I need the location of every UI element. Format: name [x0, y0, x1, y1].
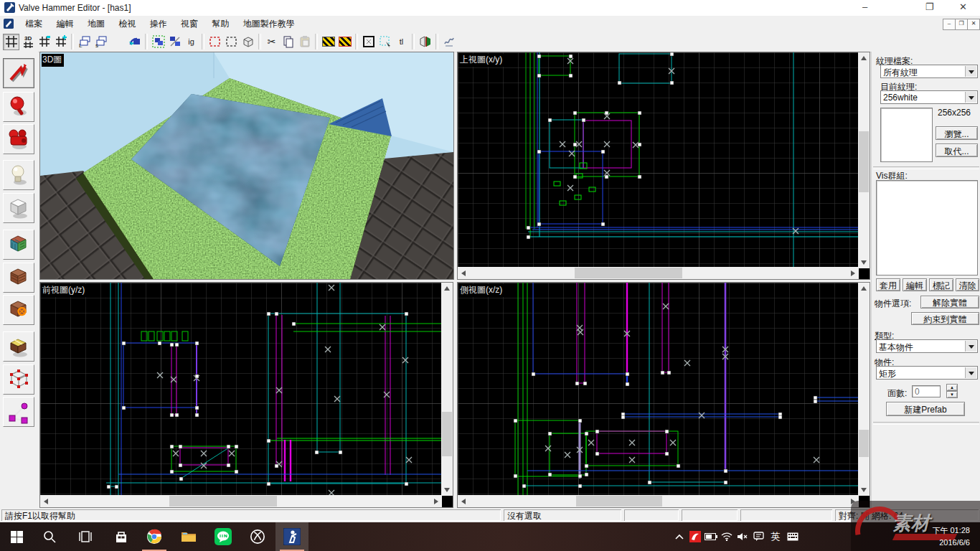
entity-tool-button[interactable]	[3, 160, 34, 190]
scroll-up-arrow[interactable]	[444, 286, 450, 291]
block-tool-button[interactable]	[3, 193, 34, 223]
task-view-button[interactable]	[69, 522, 102, 551]
object-dropdown[interactable]: 矩形	[876, 366, 978, 380]
path-tool-button[interactable]	[3, 397, 34, 427]
browse-button[interactable]: 瀏覽...	[936, 126, 978, 140]
scroll-right-arrow[interactable]	[434, 499, 438, 504]
scrollbar-thumb[interactable]	[442, 412, 452, 456]
menu-map[interactable]: 地圖	[82, 16, 110, 32]
camera-tool-button[interactable]	[3, 124, 34, 154]
ungroup-button[interactable]	[166, 34, 183, 50]
menu-tutorial[interactable]: 地圖製作教學	[237, 16, 301, 32]
wifi-tray-icon[interactable]	[719, 522, 735, 551]
touch-keyboard-tray-icon[interactable]	[785, 522, 801, 551]
grid-smaller-button[interactable]	[36, 34, 52, 50]
show-all-button[interactable]	[240, 34, 256, 50]
decal-tool-button[interactable]	[3, 295, 34, 325]
menu-tools[interactable]: 操作	[144, 16, 173, 32]
cordon-button[interactable]	[320, 34, 336, 50]
replace-button[interactable]: 取代...	[936, 143, 978, 157]
xbox-button[interactable]	[241, 522, 274, 551]
store-button[interactable]	[105, 522, 138, 551]
texture-application-tool-button[interactable]	[3, 230, 34, 260]
line-app-button[interactable]	[207, 522, 240, 551]
selection-tool-button[interactable]	[3, 58, 34, 88]
scrollbar-thumb[interactable]	[859, 430, 869, 457]
scroll-left-arrow[interactable]	[461, 499, 466, 504]
mdi-close-button[interactable]: ✕	[967, 19, 980, 30]
minimize-button[interactable]: –	[849, 0, 881, 16]
scroll-left-arrow[interactable]	[461, 270, 466, 276]
toggle-select-box-button[interactable]	[360, 34, 377, 50]
tie-to-entity-button[interactable]: 約束到實體	[911, 312, 979, 325]
faces-spin-down[interactable]: ▼	[946, 391, 958, 398]
menu-file[interactable]: 檔案	[19, 16, 48, 32]
viewport-front[interactable]: 前視圖(y/z)	[39, 282, 453, 508]
hide-selected-button[interactable]	[207, 34, 223, 50]
menu-window[interactable]: 視窗	[175, 16, 204, 32]
scroll-down-arrow[interactable]	[444, 488, 450, 492]
save-window-state-button[interactable]: s	[93, 34, 109, 50]
viewport-side[interactable]: 側視圖(x/z)	[457, 282, 870, 508]
texture-lock-button[interactable]: tl	[393, 34, 410, 50]
chevron-down-icon[interactable]	[965, 341, 976, 352]
battery-tray-icon[interactable]	[703, 522, 719, 551]
load-window-state-button[interactable]: L	[76, 34, 93, 50]
mdi-minimize-button[interactable]: –	[943, 19, 956, 30]
scroll-up-arrow[interactable]	[861, 56, 867, 60]
category-dropdown[interactable]: 基本物件	[876, 339, 978, 353]
scrollbar-thumb[interactable]	[576, 496, 662, 507]
ime-indicator[interactable]: 英	[766, 522, 785, 551]
to-world-button[interactable]: 解除實體	[920, 296, 979, 309]
search-button[interactable]	[33, 522, 66, 551]
scrollbar-thumb[interactable]	[859, 131, 869, 192]
scrollbar-thumb[interactable]	[575, 268, 682, 278]
hide-unselected-button[interactable]	[223, 34, 240, 50]
cordon-edit-button[interactable]	[336, 34, 353, 50]
ignore-groups-button[interactable]: ig	[183, 34, 199, 50]
scroll-down-arrow[interactable]	[861, 488, 867, 492]
volume-muted-tray-icon[interactable]	[735, 522, 750, 551]
viewport-top[interactable]: 上視圖(x/y)	[457, 52, 870, 280]
taskbar-clock[interactable]: 下午 01:28 2016/6/6	[932, 524, 970, 549]
visgroup-apply-button[interactable]: 套用	[876, 278, 900, 291]
current-texture-dropdown[interactable]: 256white	[880, 90, 978, 104]
magnify-tool-button[interactable]	[3, 92, 34, 122]
viewport-3d[interactable]: 3D圖	[39, 52, 454, 280]
mdi-restore-button[interactable]: ❐	[955, 19, 968, 30]
grid-toggle-button[interactable]	[3, 34, 19, 50]
scroll-left-arrow[interactable]	[44, 499, 48, 504]
apply-current-texture-tool-button[interactable]	[3, 263, 34, 293]
avira-tray-icon[interactable]	[687, 522, 703, 551]
front-view-vscrollbar[interactable]	[441, 283, 453, 496]
paste-button[interactable]	[296, 34, 313, 50]
clip-tool-button[interactable]	[3, 331, 34, 362]
tray-expand-button[interactable]	[672, 522, 687, 551]
cut-button[interactable]: ✂	[263, 34, 280, 50]
chrome-button[interactable]	[138, 522, 171, 551]
file-explorer-button[interactable]	[172, 522, 205, 551]
hammer-editor-button[interactable]	[275, 522, 308, 551]
visgroup-mark-button[interactable]: 標記	[929, 278, 953, 291]
restore-button[interactable]: ❐	[913, 0, 946, 16]
close-button[interactable]: ✕	[947, 0, 979, 16]
group-button[interactable]	[150, 34, 166, 50]
chevron-down-icon[interactable]	[965, 66, 976, 77]
faces-spin-up[interactable]: ▲	[946, 384, 958, 391]
scroll-down-arrow[interactable]	[861, 260, 867, 265]
front-view-hscrollbar[interactable]	[40, 495, 442, 507]
notifications-tray-icon[interactable]	[750, 522, 766, 551]
undo-button[interactable]	[126, 34, 143, 50]
visgroup-edit-button[interactable]: 編輯	[903, 278, 927, 291]
menu-edit[interactable]: 編輯	[51, 16, 80, 32]
start-button[interactable]	[0, 522, 33, 551]
top-view-hscrollbar[interactable]	[458, 267, 859, 279]
chevron-down-icon[interactable]	[965, 367, 976, 378]
create-prefab-button[interactable]: 新建Prefab	[886, 402, 965, 416]
check-map-button[interactable]	[440, 34, 457, 50]
magnet-select-button[interactable]	[377, 34, 393, 50]
chevron-down-icon[interactable]	[965, 92, 976, 103]
side-view-vscrollbar[interactable]	[858, 283, 870, 496]
vertex-manipulation-tool-button[interactable]	[3, 364, 34, 395]
copy-button[interactable]	[280, 34, 296, 50]
